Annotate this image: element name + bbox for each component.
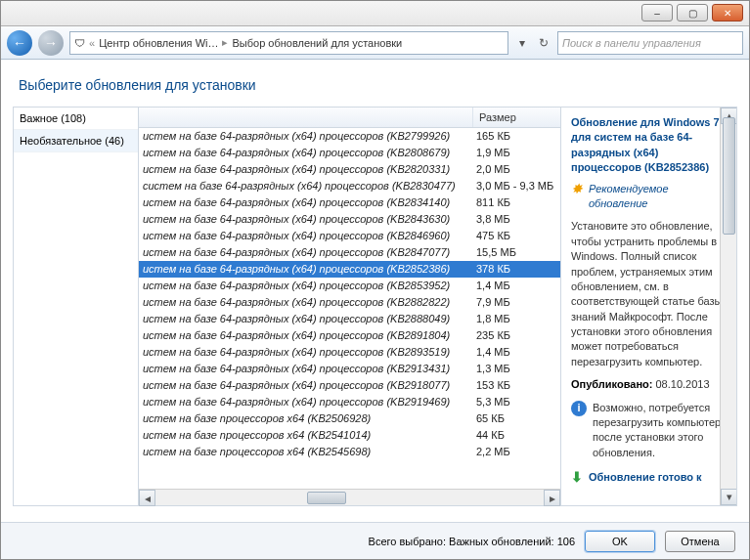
forward-button[interactable]: → xyxy=(38,30,64,56)
update-row[interactable]: истем на базе процессоров x64 (KB2545698… xyxy=(139,444,560,460)
page-title: Выберите обновления для установки xyxy=(19,77,737,93)
update-row[interactable]: систем на базе 64-разрядных (x64) процес… xyxy=(139,178,560,194)
breadcrumb-sep-icon: « xyxy=(89,37,95,49)
update-size: 153 КБ xyxy=(472,377,560,394)
update-name: истем на базе 64-разрядных (x64) процесс… xyxy=(139,294,472,311)
update-name: истем на базе 64-разрядных (x64) процесс… xyxy=(139,394,472,410)
close-button[interactable]: ✕ xyxy=(712,4,743,22)
update-description: Установите это обновление, чтобы устрани… xyxy=(571,219,727,369)
update-row[interactable]: истем на базе 64-разрядных (x64) процесс… xyxy=(139,228,560,244)
update-row[interactable]: истем на базе 64-разрядных (x64) процесс… xyxy=(139,211,560,228)
restart-text: Возможно, потребуется перезагрузить комп… xyxy=(593,401,727,461)
update-name: истем на базе 64-разрядных (x64) процесс… xyxy=(139,161,472,178)
update-size: 378 КБ xyxy=(472,261,560,278)
published-line: Опубликовано: 08.10.2013 xyxy=(571,377,727,392)
cancel-button[interactable]: Отмена xyxy=(665,531,735,552)
update-name: истем на базе 64-разрядных (x64) процесс… xyxy=(139,278,472,294)
update-size: 44 КБ xyxy=(472,427,560,444)
update-size: 165 КБ xyxy=(472,128,560,145)
address-dropdown-button[interactable]: ▾ xyxy=(514,36,530,50)
update-name: истем на базе 64-разрядных (x64) процесс… xyxy=(139,128,472,145)
download-ready-text: Обновление готово к xyxy=(589,470,702,485)
category-sidebar: Важное (108) Необязательное (46) xyxy=(14,108,139,505)
content-area: Выберите обновления для установки Важное… xyxy=(1,60,749,522)
update-name: истем на базе 64-разрядных (x64) процесс… xyxy=(139,244,472,261)
selection-summary: Всего выбрано: Важных обновлений: 106 xyxy=(369,536,575,547)
update-name: истем на базе 64-разрядных (x64) процесс… xyxy=(139,194,472,211)
update-size: 1,9 МБ xyxy=(472,145,560,161)
update-row[interactable]: истем на базе процессоров x64 (KB2541014… xyxy=(139,427,560,444)
update-size: 3,0 МБ - 9,3 МБ xyxy=(472,178,560,194)
update-name: систем на базе 64-разрядных (x64) процес… xyxy=(139,178,472,194)
search-input[interactable]: Поиск в панели управления xyxy=(557,31,743,55)
details-pane: Обновление для Windows 7 для систем на б… xyxy=(560,108,736,505)
download-ready: ⬇ Обновление готово к xyxy=(571,470,727,485)
breadcrumb-part-2[interactable]: Выбор обновлений для установки xyxy=(232,37,402,49)
update-row[interactable]: истем на базе 64-разрядных (x64) процесс… xyxy=(139,344,560,361)
dialog-footer: Всего выбрано: Важных обновлений: 106 OK… xyxy=(1,522,749,559)
update-row[interactable]: истем на базе 64-разрядных (x64) процесс… xyxy=(139,128,560,145)
update-name: истем на базе 64-разрядных (x64) процесс… xyxy=(139,211,472,228)
back-button[interactable]: ← xyxy=(7,30,32,56)
scroll-left-button[interactable]: ◂ xyxy=(139,490,155,506)
star-icon: ✸ xyxy=(571,182,583,195)
update-row[interactable]: истем на базе 64-разрядных (x64) процесс… xyxy=(139,311,560,327)
info-icon: i xyxy=(571,401,587,416)
main-layout: Важное (108) Необязательное (46) Размер … xyxy=(13,107,737,506)
update-name: истем на базе процессоров x64 (KB2545698… xyxy=(139,444,472,460)
published-date: 08.10.2013 xyxy=(656,378,710,390)
navigation-toolbar: ← → 🛡 « Центр обновления Wi… ▸ Выбор обн… xyxy=(1,26,749,60)
update-size: 3,8 МБ xyxy=(472,211,560,228)
recommended-label: ✸ Рекомендуемое обновление xyxy=(571,182,727,212)
hscroll-thumb[interactable] xyxy=(307,492,346,504)
update-size: 65 КБ xyxy=(472,410,560,427)
update-row[interactable]: истем на базе 64-разрядных (x64) процесс… xyxy=(139,261,560,278)
column-header-row: Размер xyxy=(139,108,560,128)
update-name: истем на базе 64-разрядных (x64) процесс… xyxy=(139,361,472,377)
column-header-name[interactable] xyxy=(139,108,472,127)
update-size: 1,3 МБ xyxy=(472,361,560,377)
vscroll-thumb[interactable] xyxy=(723,117,735,235)
update-row[interactable]: истем на базе 64-разрядных (x64) процесс… xyxy=(139,327,560,344)
ok-button[interactable]: OK xyxy=(585,531,655,552)
update-row[interactable]: истем на базе 64-разрядных (x64) процесс… xyxy=(139,161,560,178)
update-row[interactable]: истем на базе 64-разрядных (x64) процесс… xyxy=(139,294,560,311)
search-placeholder: Поиск в панели управления xyxy=(562,37,701,49)
update-row[interactable]: истем на базе 64-разрядных (x64) процесс… xyxy=(139,394,560,410)
update-size: 811 КБ xyxy=(472,194,560,211)
update-row[interactable]: истем на базе 64-разрядных (x64) процесс… xyxy=(139,361,560,377)
update-name: истем на базе процессоров x64 (KB2506928… xyxy=(139,410,472,427)
breadcrumb-part-1[interactable]: Центр обновления Wi… xyxy=(99,37,218,49)
update-size: 1,8 МБ xyxy=(472,311,560,327)
update-row[interactable]: истем на базе 64-разрядных (x64) процесс… xyxy=(139,244,560,261)
column-header-size[interactable]: Размер xyxy=(472,108,560,127)
sidebar-item-important[interactable]: Важное (108) xyxy=(14,108,138,130)
horizontal-scrollbar[interactable]: ◂ ▸ xyxy=(139,489,560,505)
update-row[interactable]: истем на базе 64-разрядных (x64) процесс… xyxy=(139,278,560,294)
update-row[interactable]: истем на базе процессоров x64 (KB2506928… xyxy=(139,410,560,427)
control-panel-icon: 🛡 xyxy=(74,37,85,49)
update-size: 15,5 МБ xyxy=(472,244,560,261)
scroll-right-button[interactable]: ▸ xyxy=(544,490,560,506)
update-size: 5,3 МБ xyxy=(472,394,560,410)
update-size: 7,9 МБ xyxy=(472,294,560,311)
update-size: 2,2 МБ xyxy=(472,444,560,460)
updates-list-panel: Размер истем на базе 64-разрядных (x64) … xyxy=(139,108,560,505)
update-name: истем на базе 64-разрядных (x64) процесс… xyxy=(139,377,472,394)
refresh-button[interactable]: ↻ xyxy=(536,36,551,50)
vertical-scrollbar[interactable]: ▴ ▾ xyxy=(720,108,736,505)
update-row[interactable]: истем на базе 64-разрядных (x64) процесс… xyxy=(139,194,560,211)
update-name: истем на базе процессоров x64 (KB2541014… xyxy=(139,427,472,444)
restart-notice: i Возможно, потребуется перезагрузить ко… xyxy=(571,401,727,461)
sidebar-item-optional[interactable]: Необязательное (46) xyxy=(14,130,138,152)
minimize-button[interactable]: – xyxy=(641,4,673,22)
updates-list[interactable]: истем на базе 64-разрядных (x64) процесс… xyxy=(139,128,560,489)
update-name: истем на базе 64-разрядных (x64) процесс… xyxy=(139,311,472,327)
published-label: Опубликовано: xyxy=(571,378,652,390)
update-name: истем на базе 64-разрядных (x64) процесс… xyxy=(139,145,472,161)
update-row[interactable]: истем на базе 64-разрядных (x64) процесс… xyxy=(139,145,560,161)
maximize-button[interactable]: ▢ xyxy=(677,4,708,22)
address-bar[interactable]: 🛡 « Центр обновления Wi… ▸ Выбор обновле… xyxy=(69,31,508,55)
update-row[interactable]: истем на базе 64-разрядных (x64) процесс… xyxy=(139,377,560,394)
scroll-down-button[interactable]: ▾ xyxy=(721,489,736,505)
